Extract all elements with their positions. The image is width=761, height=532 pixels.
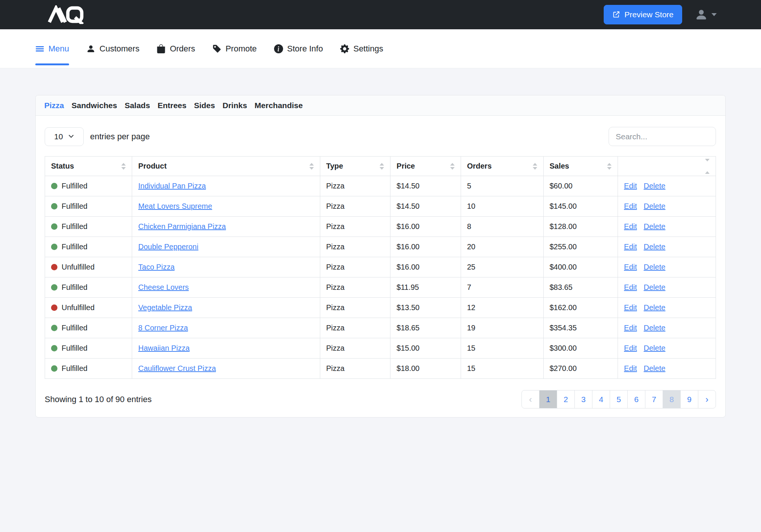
delete-link[interactable]: Delete <box>644 324 666 332</box>
status-dot-icon <box>51 284 57 291</box>
pagination-page-8[interactable]: 8 <box>663 390 681 408</box>
delete-link[interactable]: Delete <box>644 182 666 190</box>
column-header-status[interactable]: Status <box>45 157 132 176</box>
status-cell: Fulfilled <box>45 277 132 298</box>
orders-cell: 25 <box>461 257 543 277</box>
tab-pizza[interactable]: Pizza <box>44 101 64 110</box>
delete-link[interactable]: Delete <box>644 243 666 251</box>
delete-link[interactable]: Delete <box>644 202 666 210</box>
edit-link[interactable]: Edit <box>624 364 637 372</box>
price-cell: $16.00 <box>390 237 461 257</box>
sales-cell: $60.00 <box>543 176 618 196</box>
product-link[interactable]: Vegetable Pizza <box>138 303 192 312</box>
edit-link[interactable]: Edit <box>624 324 637 332</box>
status-dot-icon <box>51 223 57 230</box>
delete-link[interactable]: Delete <box>644 222 666 231</box>
pagination-page-9[interactable]: 9 <box>680 390 698 408</box>
edit-link[interactable]: Edit <box>624 202 637 210</box>
column-header-label: Status <box>51 162 74 170</box>
nav-item-settings[interactable]: Settings <box>340 29 383 68</box>
column-header-orders[interactable]: Orders <box>461 157 543 176</box>
edit-link[interactable]: Edit <box>624 344 637 352</box>
nav-item-store-info[interactable]: Store Info <box>274 29 323 68</box>
status-cell: Unfulfilled <box>45 257 132 277</box>
pagination-page-5[interactable]: 5 <box>610 390 628 408</box>
nav-item-menu[interactable]: Menu <box>35 29 69 68</box>
table-row: UnfulfilledTaco PizzaPizza$16.0025$400.0… <box>45 257 716 277</box>
sort-icon <box>309 163 314 170</box>
product-link[interactable]: Taco Pizza <box>138 263 175 271</box>
delete-link[interactable]: Delete <box>644 303 666 312</box>
table-row: Fulfilled8 Corner PizzaPizza$18.6519$354… <box>45 318 716 338</box>
delete-link[interactable]: Delete <box>644 283 666 291</box>
nav-item-customers[interactable]: Customers <box>86 29 139 68</box>
type-cell: Pizza <box>320 237 390 257</box>
sales-cell: $162.00 <box>543 298 618 318</box>
pagination-page-2[interactable]: 2 <box>557 390 575 408</box>
page-size-select[interactable]: 10 <box>45 127 84 146</box>
status-cell: Unfulfilled <box>45 298 132 318</box>
product-link[interactable]: Individual Pan Pizza <box>138 182 206 190</box>
tab-sides[interactable]: Sides <box>194 101 215 110</box>
nav-item-label: Customers <box>99 44 139 54</box>
brand-logo[interactable] <box>34 5 98 24</box>
actions-cell: EditDelete <box>618 298 716 318</box>
page-size-group: 10 entries per page <box>45 127 150 146</box>
nav-item-promote[interactable]: Promote <box>212 29 257 68</box>
sales-cell: $300.00 <box>543 338 618 359</box>
pagination-page-6[interactable]: 6 <box>627 390 645 408</box>
tab-merchandise[interactable]: Merchandise <box>255 101 303 110</box>
edit-link[interactable]: Edit <box>624 303 637 312</box>
pagination-page-4[interactable]: 4 <box>592 390 610 408</box>
edit-link[interactable]: Edit <box>624 222 637 231</box>
status-cell: Fulfilled <box>45 338 132 359</box>
products-table-head: StatusProductTypePriceOrdersSales <box>45 157 716 176</box>
pagination-page-7[interactable]: 7 <box>645 390 663 408</box>
tab-salads[interactable]: Salads <box>125 101 150 110</box>
user-menu[interactable] <box>695 8 717 21</box>
preview-store-button[interactable]: Preview Store <box>604 5 682 24</box>
product-link[interactable]: Double Pepperoni <box>138 243 198 251</box>
delete-link[interactable]: Delete <box>644 344 666 352</box>
product-link[interactable]: Chicken Parmigiana Pizza <box>138 222 226 231</box>
nav-item-orders[interactable]: Orders <box>157 29 195 68</box>
pagination-page-1[interactable]: 1 <box>539 390 557 408</box>
product-link[interactable]: 8 Corner Pizza <box>138 324 188 332</box>
tab-sandwiches[interactable]: Sandwiches <box>72 101 117 110</box>
actions-cell: EditDelete <box>618 318 716 338</box>
edit-link[interactable]: Edit <box>624 283 637 291</box>
nav-item-label: Orders <box>170 44 195 54</box>
pagination-next[interactable]: › <box>698 390 716 408</box>
pagination-page-3[interactable]: 3 <box>574 390 592 408</box>
price-cell: $13.50 <box>390 298 461 318</box>
product-cell: Vegetable Pizza <box>132 298 320 318</box>
product-link[interactable]: Cauliflower Crust Pizza <box>138 364 216 372</box>
search-input[interactable] <box>609 127 716 146</box>
edit-link[interactable]: Edit <box>624 182 637 190</box>
product-link[interactable]: Meat Lovers Supreme <box>138 202 212 210</box>
product-link[interactable]: Cheese Lovers <box>138 283 189 291</box>
delete-link[interactable]: Delete <box>644 263 666 271</box>
column-header-actions[interactable] <box>618 157 716 176</box>
type-cell: Pizza <box>320 359 390 379</box>
entries-summary: Showing 1 to 10 of 90 entries <box>45 395 152 404</box>
edit-link[interactable]: Edit <box>624 243 637 251</box>
nav-item-label: Settings <box>353 44 383 54</box>
product-link[interactable]: Hawaiian Pizza <box>138 344 190 352</box>
sort-icon <box>450 163 455 170</box>
pagination-prev[interactable]: ‹ <box>521 390 539 408</box>
tab-drinks[interactable]: Drinks <box>223 101 247 110</box>
status-label: Fulfilled <box>62 182 87 190</box>
sort-icon <box>121 163 126 170</box>
column-header-price[interactable]: Price <box>390 157 461 176</box>
delete-link[interactable]: Delete <box>644 364 666 372</box>
table-controls: 10 entries per page <box>45 127 716 146</box>
type-cell: Pizza <box>320 196 390 217</box>
tag-icon <box>212 44 222 53</box>
column-header-product[interactable]: Product <box>132 157 320 176</box>
status-dot-icon <box>51 345 57 351</box>
tab-entrees[interactable]: Entrees <box>158 101 187 110</box>
column-header-sales[interactable]: Sales <box>543 157 618 176</box>
edit-link[interactable]: Edit <box>624 263 637 271</box>
column-header-type[interactable]: Type <box>320 157 390 176</box>
